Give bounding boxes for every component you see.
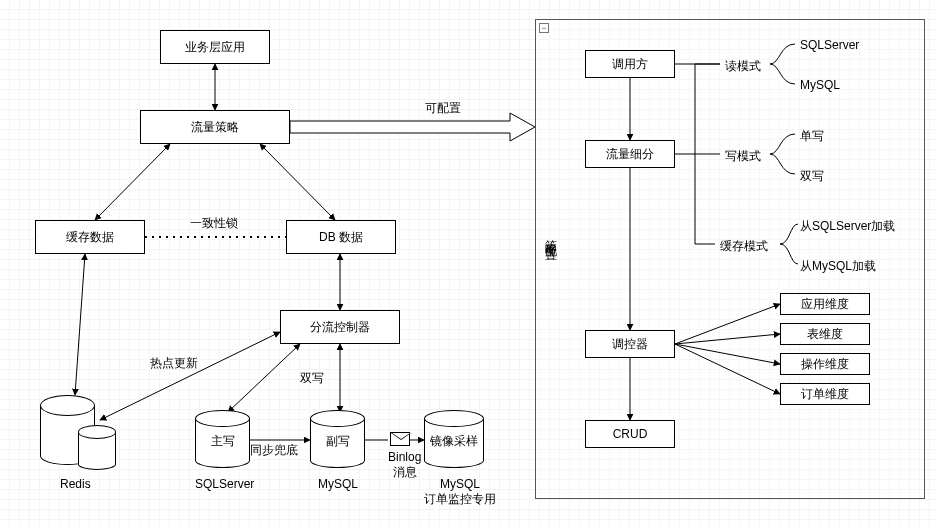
cylinder-redis-2 bbox=[78, 425, 116, 470]
node-dim-op: 操作维度 bbox=[780, 353, 870, 375]
svg-line-5 bbox=[75, 254, 85, 395]
panel-title: 策略配置 bbox=[542, 230, 559, 242]
node-dim-order: 订单维度 bbox=[780, 383, 870, 405]
cylinder-mirror: 镜像采样 bbox=[424, 410, 484, 468]
node-business-app: 业务层应用 bbox=[160, 30, 270, 64]
node-traffic-detail: 流量细分 bbox=[585, 140, 675, 168]
node-db-data: DB 数据 bbox=[286, 220, 396, 254]
node-controller: 调控器 bbox=[585, 330, 675, 358]
caption-mirror: MySQL 订单监控专用 bbox=[420, 477, 500, 508]
label-hot-update: 热点更新 bbox=[150, 355, 198, 372]
cylinder-mirror-label: 镜像采样 bbox=[424, 433, 484, 450]
svg-line-7 bbox=[228, 344, 300, 412]
label-sync-fallback: 同步兜底 bbox=[250, 442, 298, 459]
caption-mysql: MySQL bbox=[318, 477, 358, 491]
node-splitter: 分流控制器 bbox=[280, 310, 400, 344]
label-binlog-msg: Binlog 消息 bbox=[388, 450, 421, 481]
caption-sqlserver: SQLServer bbox=[195, 477, 254, 491]
node-dim-table: 表维度 bbox=[780, 323, 870, 345]
node-cache-data: 缓存数据 bbox=[35, 220, 145, 254]
node-dim-app: 应用维度 bbox=[780, 293, 870, 315]
envelope-icon bbox=[390, 432, 410, 446]
node-caller: 调用方 bbox=[585, 50, 675, 78]
panel-collapse-icon[interactable]: − bbox=[539, 23, 549, 33]
label-dual-write: 双写 bbox=[300, 370, 324, 387]
cylinder-sqlserver: 主写 bbox=[195, 410, 250, 468]
svg-line-2 bbox=[260, 144, 335, 220]
svg-line-6 bbox=[100, 332, 280, 420]
node-crud: CRUD bbox=[585, 420, 675, 448]
cylinder-sqlserver-label: 主写 bbox=[195, 433, 250, 450]
label-configurable: 可配置 bbox=[425, 100, 461, 117]
label-consistency-lock: 一致性锁 bbox=[190, 215, 238, 232]
cylinder-mysql: 副写 bbox=[310, 410, 365, 468]
caption-redis: Redis bbox=[60, 477, 91, 491]
cylinder-mysql-label: 副写 bbox=[310, 433, 365, 450]
svg-line-1 bbox=[95, 144, 170, 220]
node-traffic-policy: 流量策略 bbox=[140, 110, 290, 144]
